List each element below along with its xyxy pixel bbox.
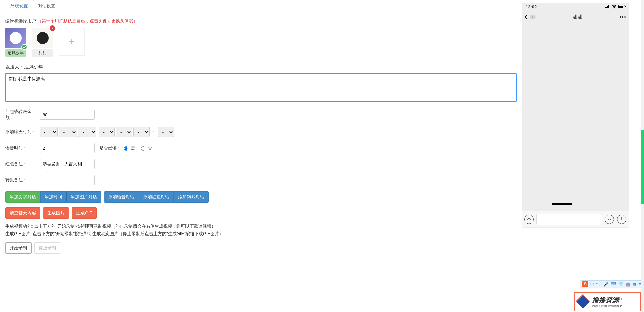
voice-time-label: 语音时间： (5, 145, 38, 151)
time-select-5[interactable]: - (116, 127, 132, 137)
edit-users-hint: （第一个用户默认是自己，点击头像可更换头像哦） (37, 18, 138, 23)
sender-name: 追风少年 (24, 64, 43, 69)
edit-users-text: 编辑和选择用户 (5, 18, 36, 23)
read-label: 是否已读： (99, 145, 121, 151)
add-time-button[interactable]: 添加时间 (40, 191, 66, 203)
brand-main-text: 撸撸资源 (592, 296, 619, 303)
read-no-label: 否 (148, 145, 152, 151)
sender-label: 发送人： (5, 64, 24, 69)
time-select-4[interactable]: - (99, 127, 115, 137)
add-text-button[interactable]: 添加文字对话 (5, 191, 40, 203)
remove-avatar-icon[interactable]: x (50, 25, 55, 31)
signal-icon (605, 5, 610, 8)
avatar-name-1[interactable]: 甜甜 (32, 49, 53, 57)
add-transfer-button[interactable]: 添加转账对话 (174, 191, 209, 203)
time-select-6[interactable]: - (133, 127, 150, 137)
ime-robot-icon[interactable]: 🤖 (626, 282, 631, 287)
selected-check-icon (21, 44, 28, 50)
ime-grid-icon[interactable]: ▦ (633, 282, 636, 287)
avatar-card-0[interactable]: 追风少年 (5, 28, 26, 57)
read-yes-radio[interactable] (124, 146, 128, 151)
ime-s-icon[interactable]: S (582, 281, 588, 287)
phone-chat-area (522, 24, 629, 211)
add-red-button[interactable]: 添加红包对话 (139, 191, 174, 203)
ime-keyboard-icon[interactable]: ⌨ (611, 282, 616, 287)
transfer-remark-label: 转账备注： (5, 177, 38, 183)
voice-time-input[interactable] (40, 143, 95, 153)
transfer-remark-input[interactable] (40, 175, 95, 185)
avatar-card-1[interactable]: x 甜甜 (32, 28, 53, 57)
time-select-2[interactable]: - (59, 127, 77, 137)
time-select-3[interactable]: - (78, 127, 96, 137)
chat-time-label: 添加聊天时间： (5, 129, 38, 135)
back-badge: 1 (530, 15, 536, 19)
wifi-icon (612, 5, 617, 9)
note-video: 生成视频功能: 点击下方的"开始录制"按钮即可录制视频（停止录制后会在右侧生成视… (5, 223, 516, 229)
brand-sub-text: 白嫖互联网资源的网站 (592, 304, 623, 308)
time-colon: ： (152, 129, 156, 135)
start-record-button[interactable]: 开始录制 (5, 242, 32, 254)
add-voice-button[interactable]: 添加语音对话 (104, 191, 139, 203)
message-input[interactable] (5, 73, 516, 102)
svg-point-0 (614, 8, 615, 8)
edit-users-label: 编辑和选择用户 （第一个用户默认是自己，点击头像可更换头像哦） (5, 18, 516, 24)
stop-record-button: 停止录制 (34, 242, 60, 254)
emoji-icon[interactable] (605, 215, 614, 224)
tab-dialog[interactable]: 对话设置 (33, 0, 60, 12)
brand-r: ® (619, 297, 622, 301)
gen-gif-button[interactable]: 生成GIF (72, 207, 97, 219)
phone-title: 甜甜 (573, 14, 583, 20)
sender-line: 发送人：追风少年 (5, 64, 516, 70)
gen-image-button[interactable]: 生成图片 (43, 207, 69, 219)
red-remark-label: 红包备注： (5, 161, 38, 167)
avatars-row: 追风少年 x 甜甜 + (5, 28, 516, 57)
time-select-1[interactable]: - (40, 127, 58, 137)
ime-zh-label[interactable]: 中 (590, 281, 594, 287)
plus-icon[interactable]: + (617, 215, 626, 224)
amount-input[interactable] (40, 110, 95, 120)
red-remark-input[interactable] (40, 159, 95, 169)
add-avatar-button[interactable]: + (59, 28, 85, 56)
phone-text-input[interactable] (536, 214, 602, 225)
read-yes-label: 是 (131, 145, 135, 151)
brand-logo-icon (577, 295, 590, 308)
avatar-image-1[interactable] (32, 28, 53, 48)
note-gif: 生成GIF图片: 点击下方的"开始录制"按钮即可生成动态图片（停止录制后点击上方… (5, 231, 516, 237)
phone-preview: 12:02 1 甜甜 (522, 3, 629, 228)
ime-shirt-icon[interactable]: 👕 (619, 282, 624, 287)
add-image-button[interactable]: 添加图片对话 (66, 191, 101, 203)
ime-mic-icon[interactable]: 🎤 (604, 282, 609, 287)
phone-back-button[interactable]: 1 (525, 15, 536, 19)
battery-icon (618, 5, 625, 8)
chevron-left-icon (524, 15, 529, 19)
voice-icon[interactable] (524, 215, 534, 224)
tab-appearance[interactable]: 外观设置 (5, 0, 33, 12)
brand-watermark: 撸撸资源® 白嫖互联网资源的网站 (574, 292, 641, 311)
shadow-decoration (552, 203, 572, 205)
scrollbar-thumb[interactable] (641, 130, 644, 204)
amount-label: 红包或转账金额： (5, 109, 38, 121)
more-icon[interactable] (620, 16, 626, 18)
avatar-name-0[interactable]: 追风少年 (5, 49, 26, 57)
ime-toolbar[interactable]: S 中 •， 🎤 ⌨ 👕 🤖 ▦ ✲ (580, 280, 644, 288)
phone-time: 12:02 (526, 4, 537, 9)
scrollbar[interactable] (641, 0, 644, 312)
clear-chat-button[interactable]: 清空聊天内容 (5, 207, 40, 219)
tabs: 外观设置 对话设置 (5, 0, 516, 12)
time-select-7[interactable]: - (158, 127, 174, 137)
ime-icon-1[interactable]: •， (596, 281, 602, 287)
read-no-radio[interactable] (141, 146, 145, 151)
